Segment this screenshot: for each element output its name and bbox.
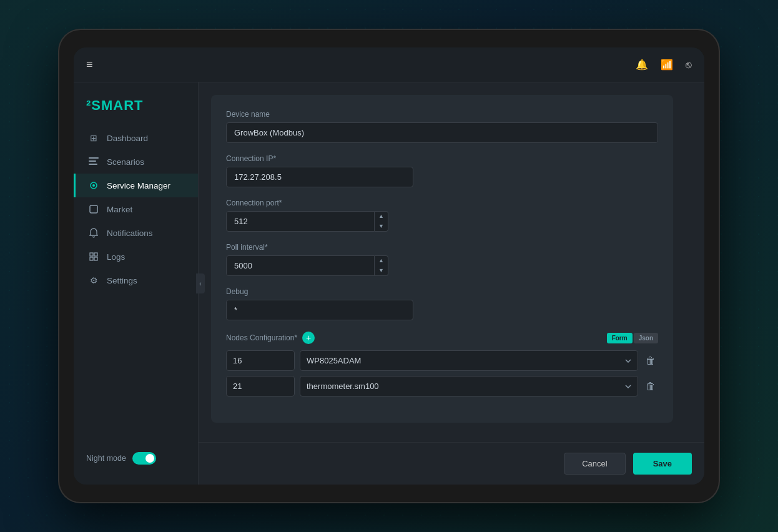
nodes-config-header: Nodes Configuration* + Form Json	[226, 332, 658, 344]
svg-rect-2	[89, 164, 97, 165]
tablet-screen: ≡ 🔔 📶 ⎋ ²SMART ⊞ Dashboard	[74, 47, 704, 485]
sidebar-collapse-handle[interactable]: ‹	[196, 273, 205, 293]
connection-ip-input[interactable]	[226, 167, 413, 187]
connection-ip-label: Connection IP*	[226, 154, 658, 163]
poll-interval-input[interactable]	[226, 255, 375, 276]
app-logo: ²SMART	[74, 92, 198, 126]
nodes-config-group: Nodes Configuration* + Form Json	[226, 332, 658, 397]
poll-interval-spinner: ▲ ▼	[226, 255, 388, 276]
sidebar-bottom: Night mode	[74, 442, 198, 475]
poll-interval-down[interactable]: ▼	[375, 266, 388, 276]
delete-node-button-2[interactable]: 🗑	[643, 378, 658, 395]
svg-rect-9	[94, 257, 97, 260]
night-mode-row: Night mode	[86, 452, 185, 465]
top-bar-left: ≡	[86, 58, 93, 71]
connection-port-down[interactable]: ▼	[375, 222, 388, 232]
night-mode-toggle[interactable]	[132, 452, 156, 465]
view-json-button[interactable]: Json	[634, 333, 658, 343]
poll-interval-group: Poll interval* ▲ ▼	[226, 243, 658, 276]
connection-port-label: Connection port*	[226, 199, 658, 207]
dashboard-icon: ⊞	[88, 132, 99, 144]
sidebar-item-settings[interactable]: ⚙ Settings	[74, 268, 198, 292]
night-mode-label: Night mode	[86, 454, 126, 463]
sidebar-item-scenarios[interactable]: Scenarios	[74, 150, 198, 174]
debug-input[interactable]	[226, 300, 413, 320]
sidebar-item-dashboard[interactable]: ⊞ Dashboard	[74, 126, 198, 150]
connection-port-up[interactable]: ▲	[375, 212, 388, 222]
main-layout: ²SMART ⊞ Dashboard Scenarios Service Man…	[74, 82, 704, 485]
view-toggle: Form Json	[607, 333, 658, 343]
market-icon	[88, 204, 99, 215]
sidebar-item-scenarios-label: Scenarios	[107, 157, 144, 167]
footer-buttons: Cancel Save	[199, 442, 704, 485]
top-bar: ≡ 🔔 📶 ⎋	[74, 47, 704, 82]
save-button[interactable]: Save	[633, 453, 692, 475]
svg-rect-7	[94, 253, 97, 256]
connection-port-spinner-buttons: ▲ ▼	[375, 211, 388, 232]
nodes-label-row: Nodes Configuration* +	[226, 332, 315, 344]
sidebar-item-service-manager[interactable]: Service Manager	[74, 174, 198, 197]
nodes-config-label: Nodes Configuration*	[226, 333, 297, 342]
debug-group: Debug	[226, 287, 658, 320]
svg-rect-6	[90, 253, 93, 256]
node-row-2: thermometer.sm100 WP8025ADAM other 🗑	[226, 376, 658, 397]
settings-icon: ⚙	[88, 275, 99, 286]
sidebar: ²SMART ⊞ Dashboard Scenarios Service Man…	[74, 82, 199, 485]
sidebar-item-market-label: Market	[107, 205, 132, 214]
sidebar-item-logs-label: Logs	[107, 252, 125, 262]
connection-ip-group: Connection IP*	[226, 154, 658, 187]
svg-rect-1	[89, 160, 96, 162]
poll-interval-up[interactable]: ▲	[375, 256, 388, 266]
debug-label: Debug	[226, 287, 658, 296]
sidebar-item-service-manager-label: Service Manager	[107, 181, 170, 190]
device-name-group: Device name	[226, 110, 658, 143]
signal-icon[interactable]: 📶	[661, 59, 673, 71]
logout-icon[interactable]: ⎋	[686, 59, 692, 71]
top-bar-right: 🔔 📶 ⎋	[636, 59, 692, 71]
view-form-button[interactable]: Form	[607, 333, 633, 343]
sidebar-item-logs[interactable]: Logs	[74, 245, 198, 268]
sidebar-item-notifications-label: Notifications	[107, 229, 153, 238]
scenarios-icon	[88, 156, 99, 167]
device-name-label: Device name	[226, 110, 658, 119]
connection-port-group: Connection port* ▲ ▼	[226, 199, 658, 232]
device-name-input[interactable]	[226, 122, 658, 143]
node-type-select-1[interactable]: WP8025ADAM thermometer.sm100 other	[300, 350, 638, 371]
poll-interval-label: Poll interval*	[226, 243, 658, 252]
add-node-button[interactable]: +	[302, 332, 315, 344]
node-type-select-2[interactable]: thermometer.sm100 WP8025ADAM other	[300, 376, 638, 397]
svg-rect-0	[89, 157, 99, 159]
delete-node-button-1[interactable]: 🗑	[643, 353, 658, 369]
svg-rect-8	[90, 257, 93, 260]
node-row-1: WP8025ADAM thermometer.sm100 other 🗑	[226, 350, 658, 371]
node-id-input-1[interactable]	[226, 350, 295, 371]
form-card: Device name Connection IP* Connection po…	[211, 95, 673, 423]
hamburger-icon[interactable]: ≡	[86, 58, 93, 71]
content-area: Device name Connection IP* Connection po…	[199, 82, 704, 442]
connection-port-spinner: ▲ ▼	[226, 211, 388, 232]
notification-icon[interactable]: 🔔	[636, 59, 648, 71]
service-manager-icon	[88, 180, 99, 191]
svg-point-4	[92, 184, 95, 187]
sidebar-item-market[interactable]: Market	[74, 197, 198, 221]
sidebar-item-settings-label: Settings	[107, 276, 137, 285]
node-id-input-2[interactable]	[226, 376, 295, 397]
cancel-button[interactable]: Cancel	[564, 453, 625, 475]
notifications-icon	[88, 227, 99, 239]
connection-port-input[interactable]	[226, 211, 375, 232]
logs-icon	[88, 251, 99, 262]
sidebar-item-notifications[interactable]: Notifications	[74, 221, 198, 245]
svg-rect-5	[90, 205, 97, 213]
poll-interval-spinner-buttons: ▲ ▼	[375, 255, 388, 276]
tablet-frame: ≡ 🔔 📶 ⎋ ²SMART ⊞ Dashboard	[58, 29, 720, 503]
sidebar-item-dashboard-label: Dashboard	[107, 134, 148, 143]
